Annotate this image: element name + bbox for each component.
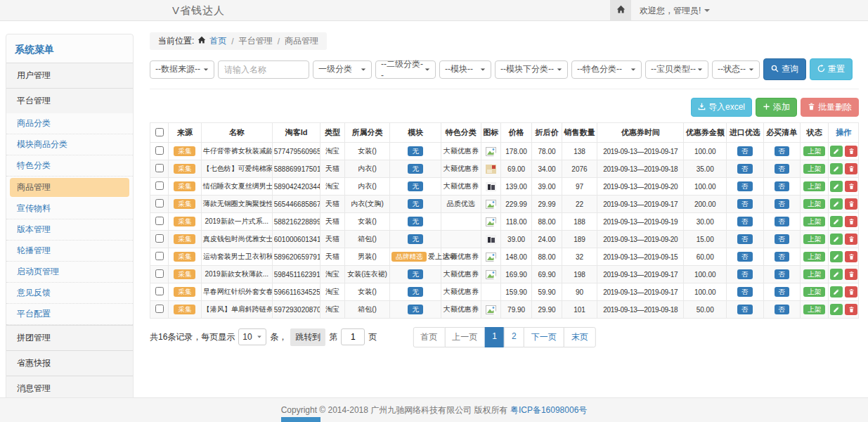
edit-button[interactable]	[830, 146, 843, 157]
badge-green[interactable]: 上架	[803, 146, 825, 156]
badge-green[interactable]: 上架	[803, 287, 825, 297]
edit-button[interactable]	[830, 286, 843, 298]
badge-blue[interactable]: 否	[737, 269, 753, 279]
filter-select-4[interactable]: --模块--	[439, 60, 491, 79]
jump-page-input[interactable]	[341, 328, 365, 345]
sidebar-item-4[interactable]: 特色分类	[6, 155, 133, 177]
row-checkbox[interactable]	[155, 164, 164, 172]
badge-blue[interactable]: 无	[408, 146, 423, 156]
filter-select-3[interactable]: --二级分类--	[375, 60, 436, 79]
badge-blue[interactable]: 无	[408, 199, 423, 209]
badge-blue[interactable]: 否	[737, 217, 753, 226]
sidebar-item-5[interactable]: 商品管理	[10, 178, 129, 197]
badge-blue[interactable]: 否	[737, 287, 753, 297]
badge-blue[interactable]: 无	[408, 269, 423, 279]
user-menu[interactable]: 欢迎您，管理员!	[631, 5, 718, 17]
delete-button[interactable]	[845, 181, 857, 192]
batch-delete-button[interactable]: 批量删除	[801, 98, 859, 117]
breadcrumb-home-link[interactable]: 首页	[209, 35, 226, 47]
row-checkbox[interactable]	[155, 181, 164, 190]
row-checkbox[interactable]	[155, 199, 164, 207]
sidebar-item-12[interactable]: 拼团管理	[6, 325, 133, 350]
jump-button[interactable]: 跳转到	[290, 328, 325, 346]
sidebar-item-9[interactable]: 启动页管理	[6, 262, 133, 283]
page-button-首页[interactable]: 首页	[413, 327, 445, 347]
badge-blue[interactable]: 无	[408, 181, 423, 191]
home-nav-button[interactable]	[610, 0, 631, 21]
badge-blue[interactable]: 否	[775, 305, 790, 314]
badge-blue[interactable]: 否	[775, 252, 790, 262]
badge-green[interactable]: 上架	[803, 305, 825, 314]
row-checkbox[interactable]	[155, 287, 164, 295]
badge-blue[interactable]: 否	[737, 234, 753, 244]
badge-green[interactable]: 上架	[803, 217, 825, 226]
badge-green[interactable]: 上架	[803, 252, 825, 262]
filter-select-0[interactable]: --数据来源--	[150, 60, 214, 79]
delete-button[interactable]	[845, 146, 857, 157]
badge-green[interactable]: 上架	[803, 269, 825, 279]
badge-blue[interactable]: 无	[408, 234, 423, 244]
badge-blue[interactable]: 否	[775, 164, 790, 174]
badge-blue[interactable]: 否	[775, 287, 790, 297]
filter-select-8[interactable]: --状态--	[712, 60, 760, 79]
row-checkbox[interactable]	[155, 269, 164, 278]
badge-blue[interactable]: 否	[775, 199, 790, 209]
filter-select-7[interactable]: --宝贝类型--	[645, 60, 708, 79]
edit-button[interactable]	[830, 234, 843, 245]
delete-button[interactable]	[845, 286, 857, 298]
sidebar-item-0[interactable]: 用户管理	[6, 63, 133, 88]
badge-green[interactable]: 上架	[803, 164, 825, 174]
badge-blue[interactable]: 否	[737, 146, 753, 156]
badge-blue[interactable]: 否	[737, 305, 753, 314]
edit-button[interactable]	[830, 163, 843, 174]
filter-select-5[interactable]: --模块下分类--	[495, 60, 568, 79]
add-button[interactable]: 添加	[756, 98, 797, 117]
sidebar-item-11[interactable]: 平台配置	[6, 304, 133, 325]
badge-blue[interactable]: 否	[737, 181, 753, 191]
name-search-input[interactable]	[218, 60, 309, 79]
badge-blue[interactable]: 否	[775, 269, 790, 279]
badge-blue[interactable]: 无	[408, 217, 423, 226]
delete-button[interactable]	[845, 251, 857, 262]
page-button-末页[interactable]: 末页	[564, 327, 596, 347]
badge-blue[interactable]: 否	[737, 199, 753, 209]
badge-blue[interactable]: 否	[737, 252, 753, 262]
sidebar-item-3[interactable]: 模块商品分类	[6, 134, 133, 155]
badge-blue[interactable]: 否	[775, 146, 790, 156]
edit-button[interactable]	[830, 181, 843, 192]
icp-link[interactable]: 粤ICP备16098006号	[510, 404, 587, 416]
delete-button[interactable]	[845, 269, 857, 280]
badge-blue[interactable]: 无	[408, 287, 423, 297]
per-page-select[interactable]: 10	[238, 328, 266, 345]
delete-button[interactable]	[845, 216, 857, 227]
sidebar-item-7[interactable]: 版本管理	[6, 219, 133, 241]
row-checkbox[interactable]	[155, 252, 164, 260]
page-button-下一页[interactable]: 下一页	[524, 327, 564, 347]
page-button-2[interactable]: 2	[504, 327, 524, 347]
badge-blue[interactable]: 否	[775, 234, 790, 244]
sidebar-item-2[interactable]: 商品分类	[6, 113, 133, 134]
edit-button[interactable]	[830, 251, 843, 262]
badge-blue[interactable]: 否	[775, 181, 790, 191]
select-all-checkbox[interactable]	[155, 128, 164, 136]
filter-select-6[interactable]: --特色分类--	[571, 60, 642, 79]
reset-button[interactable]: 重置	[810, 58, 853, 80]
row-checkbox[interactable]	[155, 146, 164, 155]
sidebar-item-10[interactable]: 意见反馈	[6, 283, 133, 304]
badge-green[interactable]: 上架	[803, 234, 825, 244]
edit-button[interactable]	[830, 304, 843, 315]
row-checkbox[interactable]	[155, 234, 164, 243]
query-button[interactable]: 查询	[763, 58, 806, 80]
page-button-1[interactable]: 1	[484, 327, 505, 347]
row-checkbox[interactable]	[155, 217, 164, 225]
filter-select-2[interactable]: 一级分类	[313, 60, 372, 79]
badge-blue[interactable]: 无	[408, 164, 423, 174]
row-checkbox[interactable]	[155, 305, 164, 313]
delete-button[interactable]	[845, 234, 857, 245]
badge-blue[interactable]: 否	[775, 217, 790, 226]
delete-button[interactable]	[845, 198, 857, 210]
badge-green[interactable]: 上架	[803, 181, 825, 191]
import-excel-button[interactable]: 导入excel	[691, 98, 752, 117]
sidebar-item-1[interactable]: 平台管理	[6, 88, 133, 113]
badge-blue[interactable]: 否	[737, 164, 753, 174]
